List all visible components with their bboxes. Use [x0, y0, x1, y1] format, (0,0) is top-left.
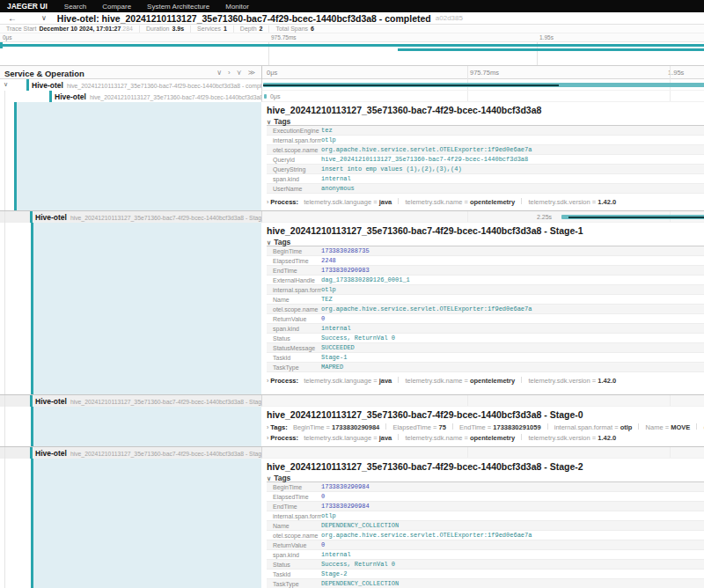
- nav-item[interactable]: Monitor: [217, 3, 257, 11]
- tag-row: BeginTime1733830290984: [267, 482, 704, 492]
- span-name-cell[interactable]: Hive-otelhive_20241210113127_35e71360-ba…: [0, 395, 261, 407]
- row-collapse-caret-icon[interactable]: ∨: [4, 81, 8, 88]
- span-row-stage-1[interactable]: Hive-otelhive_20241210113127_35e71360-ba…: [0, 211, 704, 223]
- span-name-cell[interactable]: Hive-otelhive_20241210113127_35e71360-ba…: [0, 91, 261, 102]
- span-name-cell[interactable]: Hive-otelhive_20241210113127_35e71360-ba…: [0, 447, 261, 459]
- key-value-pair: Name = MOVE: [646, 423, 691, 433]
- tag-value: otlp: [321, 136, 336, 144]
- collapse-all-icon[interactable]: ∨: [216, 69, 222, 77]
- process-summary-line[interactable]: ›Process: telemetry.sdk.language = java …: [267, 197, 704, 208]
- ruler-tick-label: 0μs: [267, 69, 277, 77]
- pair-separator: [385, 423, 386, 430]
- tag-key: ExecutionEngine: [267, 126, 321, 135]
- key-value-pair: telemetry.sdk.language = java: [304, 433, 392, 444]
- span-color-accent: [30, 211, 33, 223]
- tag-value: internal: [321, 550, 351, 559]
- service-name: Hive-otelhive_20241210113127_35e71360-ba…: [35, 213, 261, 222]
- service-name: Hive-otelhive_20241210113127_35e71360-ba…: [55, 92, 261, 101]
- tags-section-header[interactable]: ∨Tags: [267, 117, 704, 126]
- ruler-tick-label: 975.75ms: [470, 69, 499, 77]
- tag-key: EndTime: [267, 502, 321, 511]
- span-timeline-cell[interactable]: [261, 447, 704, 459]
- pair-separator: [696, 423, 697, 430]
- pair-separator: [398, 377, 399, 383]
- expand-one-icon[interactable]: ≫: [248, 69, 255, 77]
- process-summary-line[interactable]: ›Process: telemetry.sdk.language = java …: [267, 433, 704, 444]
- pair-separator: [521, 377, 522, 383]
- span-bar[interactable]: [264, 94, 267, 99]
- tag-value: anonymous: [321, 184, 355, 193]
- tag-value: 1733830290983: [321, 266, 370, 275]
- collapse-one-icon[interactable]: ⋎: [237, 69, 242, 77]
- span-row-stage-0[interactable]: Hive-otelhive_20241210113127_35e71360-ba…: [0, 395, 704, 407]
- minimap-canvas[interactable]: [0, 41, 704, 66]
- key-value-pair: telemetry.sdk.version = 1.42.0: [528, 197, 616, 208]
- tag-row: NameDEPENDENCY_COLLECTION: [267, 521, 704, 531]
- service-operation-header: Service & Operation: [4, 69, 84, 78]
- expand-all-icon[interactable]: ›: [228, 69, 231, 77]
- span-color-accent: [30, 447, 33, 459]
- span-name-cell[interactable]: ∨ Hive-otelhive_20241210113127_35e71360-…: [0, 79, 261, 91]
- tag-row: TaskIdStage-1: [267, 353, 704, 363]
- nav-item[interactable]: Compare: [94, 3, 139, 11]
- timeline-ruler: 0μs975.75ms1.95s: [261, 66, 704, 79]
- tags-section-header[interactable]: ∨Tags: [267, 238, 704, 246]
- tag-key: Name: [267, 521, 321, 530]
- nav-item[interactable]: Search: [56, 3, 94, 11]
- span-timeline-cell[interactable]: 2.25s: [261, 211, 704, 223]
- span-row-hive[interactable]: Hive-otelhive_20241210113127_35e71360-ba…: [0, 91, 704, 102]
- tag-key: Status: [267, 334, 321, 342]
- process-summary-line[interactable]: ›Process: telemetry.sdk.language = java …: [267, 376, 704, 386]
- tag-key: EndTime: [267, 266, 321, 275]
- minimap-tick-label: 0μs: [3, 34, 12, 40]
- tag-key: Status: [267, 560, 321, 569]
- tag-key: TaskId: [267, 353, 321, 362]
- tag-key: ExternalHandle: [267, 276, 321, 284]
- ruler-gridline: [670, 66, 671, 79]
- key-value-pair: telemetry.sdk.version = 1.42.0: [528, 376, 616, 386]
- pair-separator: [638, 423, 639, 430]
- tag-key: QueryString: [267, 165, 321, 173]
- tag-value: DEPENDENCY_COLLECTION: [321, 579, 399, 588]
- operation-name: hive_20241210113127_35e71360-bac7-4f29-b…: [70, 399, 261, 405]
- tags-section-header[interactable]: ∨Tags: [267, 474, 704, 482]
- trace-minimap: 0μs975.75ms1.95s: [0, 33, 704, 66]
- tag-value: internal: [321, 174, 351, 183]
- span-color-accent: [26, 79, 29, 91]
- tag-row: TaskTypeMAPRED: [267, 363, 704, 372]
- span-timeline-cell[interactable]: [261, 79, 704, 91]
- tag-key: TaskId: [267, 570, 321, 578]
- tag-value: 1733830288735: [321, 246, 370, 255]
- tag-value: Success, ReturnVal 0: [321, 560, 395, 569]
- tag-key: span.kind: [267, 324, 321, 333]
- tag-row: otel.scope.nameorg.apache.hive.service.s…: [267, 305, 704, 314]
- back-arrow-icon[interactable]: ←: [8, 13, 17, 23]
- span-detail-root-child: hive_20241210113127_35e71360-bac7-4f29-b…: [0, 102, 704, 211]
- tag-key: internal.span.format: [267, 285, 321, 294]
- jaeger-logo[interactable]: JAEGER UI: [0, 2, 56, 11]
- key-value-pair: BeginTime = 1733830290984: [293, 423, 379, 433]
- span-row-stage-2[interactable]: Hive-otelhive_20241210113127_35e71360-ba…: [0, 447, 704, 459]
- tag-key: otel.scope.name: [267, 531, 321, 540]
- operation-name: hive_20241210113127_35e71360-bac7-4f29-b…: [90, 94, 261, 100]
- minimap-tick-label: 975.75ms: [271, 34, 297, 40]
- span-timeline-cell[interactable]: 0μs: [261, 91, 704, 102]
- tag-value: 1733830290984: [321, 502, 370, 511]
- chevron-down-icon[interactable]: ∨: [41, 14, 47, 22]
- tag-row: TaskIdStage-2: [267, 570, 704, 579]
- span-row-root[interactable]: ∨ Hive-otelhive_20241210113127_35e71360-…: [0, 79, 704, 91]
- span-timeline-cell[interactable]: [261, 395, 704, 407]
- tag-row: internal.span.formatotlp: [267, 511, 704, 521]
- tag-row: QueryStringinsert into emp values (1),(2…: [267, 165, 704, 174]
- service-name: Hive-otelhive_20241210113127_35e71360-ba…: [32, 81, 261, 90]
- tag-key: span.kind: [267, 550, 321, 559]
- tags-summary-line[interactable]: ›Tags: BeginTime = 1733830290984 Elapsed…: [267, 423, 704, 433]
- trace-meta-item: Duration3.9s: [140, 26, 191, 33]
- nav-item[interactable]: System Architecture: [139, 3, 217, 11]
- tags-table: BeginTime1733830288735 ElapsedTime2248 E…: [267, 246, 704, 372]
- tag-key: ElapsedTime: [267, 492, 321, 501]
- minimap-tick-label: 1.95s: [539, 34, 554, 40]
- span-name-cell[interactable]: Hive-otelhive_20241210113127_35e71360-ba…: [0, 211, 261, 223]
- trace-title: Hive-otel: hive_20241210113127_35e71360-…: [57, 13, 431, 24]
- tag-value: hive_20241210113127_35e71360-bac7-4f29-b…: [321, 155, 528, 164]
